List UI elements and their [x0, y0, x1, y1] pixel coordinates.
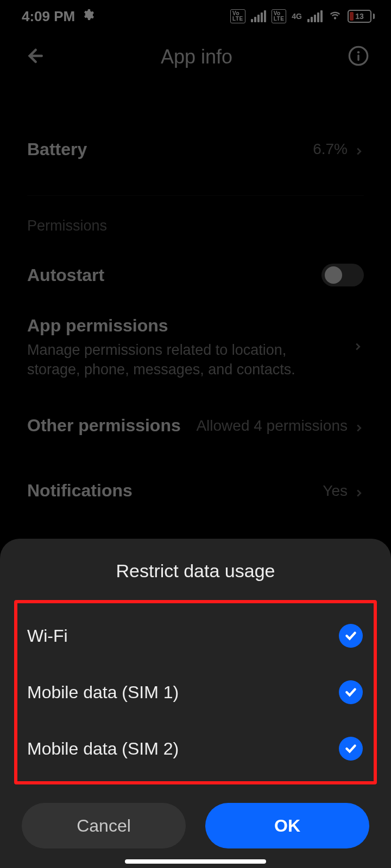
row-battery[interactable]: Battery 6.7% — [0, 125, 391, 174]
option-sim2[interactable]: Mobile data (SIM 2) — [17, 720, 374, 777]
back-arrow-icon[interactable] — [22, 44, 46, 70]
option-label: Wi-Fi — [27, 626, 68, 646]
option-label: Mobile data (SIM 1) — [27, 682, 179, 703]
section-permissions: Permissions — [0, 218, 391, 234]
battery-value: 6.7% — [313, 141, 348, 158]
cancel-button[interactable]: Cancel — [22, 803, 186, 848]
battery-icon: 13 — [348, 10, 375, 23]
notifications-label: Notifications — [27, 481, 133, 501]
ok-button[interactable]: OK — [205, 803, 369, 848]
wifi-icon — [328, 8, 342, 25]
option-sim1[interactable]: Mobile data (SIM 1) — [17, 664, 374, 720]
home-indicator[interactable] — [125, 859, 266, 864]
row-notifications[interactable]: Notifications Yes — [0, 467, 391, 515]
other-permissions-label: Other permissions — [27, 416, 181, 436]
battery-label: Battery — [27, 139, 87, 159]
status-bar: 4:09 PM VoLTE VoLTE 4G 13 — [0, 0, 391, 33]
chevron-right-icon — [352, 341, 364, 355]
volte-icon-2: VoLTE — [272, 9, 287, 23]
app-header: App info — [0, 33, 391, 81]
signal-bars-icon — [251, 10, 266, 22]
modal-options-highlight: Wi-Fi Mobile data (SIM 1) Mobile data (S… — [14, 600, 377, 784]
info-icon[interactable] — [348, 45, 369, 69]
check-icon[interactable] — [339, 624, 363, 648]
restrict-data-modal: Restrict data usage Wi-Fi Mobile data (S… — [0, 539, 391, 868]
svg-rect-2 — [357, 55, 359, 61]
chevron-right-icon — [353, 144, 364, 155]
row-app-permissions[interactable]: App permissions Manage permissions relat… — [0, 310, 391, 385]
option-label: Mobile data (SIM 2) — [27, 739, 179, 759]
row-other-permissions[interactable]: Other permissions Allowed 4 permissions — [0, 401, 391, 450]
battery-percent: 13 — [349, 11, 370, 22]
volte-icon: VoLTE — [230, 9, 245, 23]
notifications-value: Yes — [323, 482, 348, 500]
option-wifi[interactable]: Wi-Fi — [17, 608, 374, 664]
autostart-toggle[interactable] — [321, 264, 364, 286]
check-icon[interactable] — [339, 737, 363, 761]
row-autostart[interactable]: Autostart — [0, 251, 391, 299]
chevron-right-icon — [353, 486, 364, 496]
status-time: 4:09 PM — [22, 8, 75, 25]
other-permissions-value: Allowed 4 permissions — [196, 417, 348, 435]
modal-title: Restrict data usage — [0, 539, 391, 600]
app-permissions-subtitle: Manage permissions related to location, … — [27, 340, 331, 380]
page-title: App info — [161, 46, 232, 68]
divider — [27, 195, 364, 196]
network-4g-icon: 4G — [292, 12, 302, 20]
svg-point-1 — [357, 51, 360, 53]
app-permissions-label: App permissions — [27, 316, 168, 336]
check-icon[interactable] — [339, 680, 363, 704]
gear-icon — [81, 8, 94, 25]
autostart-label: Autostart — [27, 265, 104, 285]
chevron-right-icon — [353, 420, 364, 431]
signal-bars-icon-2 — [307, 10, 323, 22]
